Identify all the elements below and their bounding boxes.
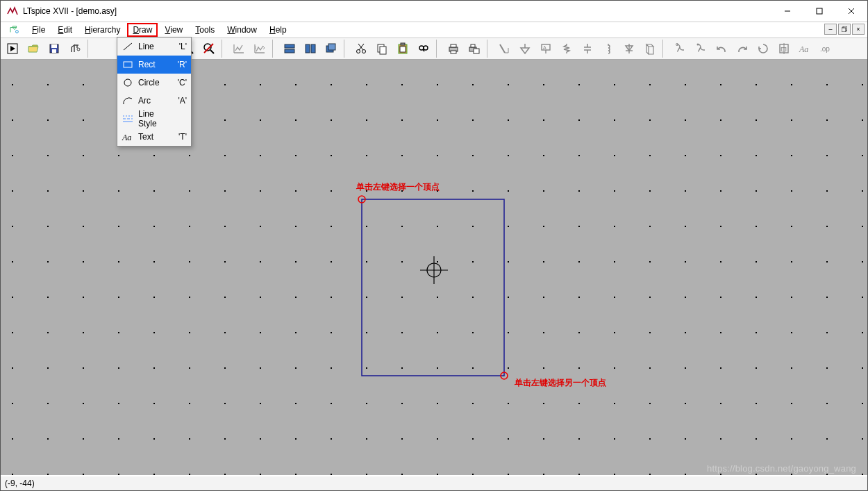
undo-button[interactable]: [712, 39, 731, 58]
svg-rect-179: [295, 226, 297, 227]
autorange-button[interactable]: [229, 39, 249, 58]
open-button[interactable]: [24, 39, 43, 58]
draw-menu-rect[interactable]: Rect'R': [117, 56, 191, 74]
menu-view[interactable]: View: [159, 23, 188, 37]
svg-marker-45: [521, 48, 529, 53]
svg-rect-250: [153, 332, 155, 333]
svg-rect-105: [331, 119, 332, 121]
svg-rect-323: [83, 438, 84, 440]
menu-hierarchy[interactable]: Hierarchy: [79, 23, 126, 37]
status-bar: (-9, -44): [1, 475, 867, 490]
mdi-minimize[interactable]: –: [824, 24, 837, 35]
redo-button[interactable]: [733, 39, 752, 58]
svg-rect-134: [472, 155, 474, 156]
wire-button[interactable]: [494, 39, 514, 58]
svg-rect-321: [12, 438, 13, 440]
svg-rect-159: [472, 190, 474, 192]
tile-v-button[interactable]: [301, 39, 320, 58]
menu-draw[interactable]: Draw: [127, 23, 158, 37]
drag-button[interactable]: [691, 39, 710, 58]
svg-rect-42: [471, 44, 475, 47]
paste-button[interactable]: [393, 39, 412, 58]
svg-rect-117: [756, 119, 757, 121]
svg-rect-198: [83, 261, 84, 263]
menu-file[interactable]: File: [26, 23, 51, 37]
zoom-no-button[interactable]: [199, 39, 219, 58]
svg-rect-120: [862, 119, 863, 121]
svg-rect-187: [578, 226, 580, 227]
ground-button[interactable]: [515, 39, 535, 58]
menu-tools[interactable]: Tools: [190, 23, 220, 37]
svg-rect-177: [224, 226, 226, 227]
close-button[interactable]: [835, 1, 867, 22]
draw-menu-arc[interactable]: Arc'A': [117, 92, 191, 110]
find-button[interactable]: [414, 39, 433, 58]
toolbar-separator: [436, 40, 441, 58]
run-button[interactable]: [3, 39, 22, 58]
tb-placeholder-1[interactable]: [95, 39, 115, 58]
svg-rect-20: [285, 44, 294, 48]
menu-item-label: Circle: [138, 78, 173, 88]
control-panel-button[interactable]: [65, 39, 85, 58]
resistor-button[interactable]: [557, 39, 576, 58]
menu-help[interactable]: Help: [264, 23, 292, 37]
draw-menu-text[interactable]: AaText'T': [117, 128, 191, 146]
text-aa-button[interactable]: Aa: [795, 39, 815, 58]
mdi-restore[interactable]: [838, 24, 851, 35]
capacitor-button[interactable]: [578, 39, 597, 58]
print-setup-button[interactable]: [465, 39, 484, 58]
svg-rect-239: [649, 297, 651, 298]
svg-rect-151: [189, 190, 190, 192]
svg-rect-305: [331, 403, 332, 404]
svg-rect-140: [685, 155, 686, 156]
svg-rect-324: [118, 438, 119, 440]
svg-rect-165: [685, 190, 686, 192]
maximize-button[interactable]: [803, 1, 835, 22]
tile-h-button[interactable]: [280, 39, 299, 58]
svg-point-12: [77, 48, 80, 51]
svg-rect-102: [224, 119, 226, 121]
cascade-button[interactable]: [322, 39, 341, 58]
svg-rect-110: [508, 119, 509, 121]
inductor-button[interactable]: [599, 39, 618, 58]
save-button[interactable]: [44, 39, 64, 58]
draw-menu-line[interactable]: Line'L': [117, 38, 191, 56]
label-button[interactable]: A: [536, 39, 556, 58]
svg-rect-325: [153, 438, 155, 440]
svg-rect-240: [685, 297, 686, 298]
svg-rect-339: [649, 438, 651, 440]
minimize-button[interactable]: [771, 1, 803, 22]
menu-item-label: Line: [138, 42, 173, 51]
mdi-close[interactable]: ×: [852, 24, 865, 35]
svg-rect-85: [508, 84, 509, 85]
svg-rect-145: [862, 155, 863, 156]
print-button[interactable]: [444, 39, 463, 58]
cut-button[interactable]: [351, 39, 371, 58]
svg-rect-133: [437, 155, 438, 156]
autorange-x-button[interactable]: [250, 39, 269, 58]
menu-edit[interactable]: Edit: [52, 23, 78, 37]
move-button[interactable]: [670, 39, 690, 58]
spice-directive-button[interactable]: .op: [816, 39, 835, 58]
svg-rect-236: [543, 297, 544, 298]
rotate-button[interactable]: [753, 39, 773, 58]
svg-rect-135: [508, 155, 509, 156]
draw-menu-circle[interactable]: Circle'C': [117, 74, 191, 92]
svg-line-18: [210, 50, 214, 53]
svg-rect-297: [47, 403, 49, 404]
svg-rect-283: [437, 367, 438, 369]
svg-rect-269: [826, 332, 828, 333]
svg-rect-201: [189, 261, 190, 263]
svg-rect-23: [311, 44, 315, 53]
svg-rect-98: [83, 119, 84, 121]
svg-rect-161: [543, 190, 544, 192]
menu-window[interactable]: Window: [222, 23, 262, 37]
component-button[interactable]: [640, 39, 660, 58]
diode-button[interactable]: [619, 39, 639, 58]
svg-rect-149: [118, 190, 119, 192]
copy-button[interactable]: [372, 39, 392, 58]
menu-item-label: Arc: [138, 96, 173, 106]
svg-rect-265: [685, 332, 686, 333]
draw-menu-line-style[interactable]: Line Style: [117, 110, 191, 128]
mirror-button[interactable]: EE: [774, 39, 794, 58]
